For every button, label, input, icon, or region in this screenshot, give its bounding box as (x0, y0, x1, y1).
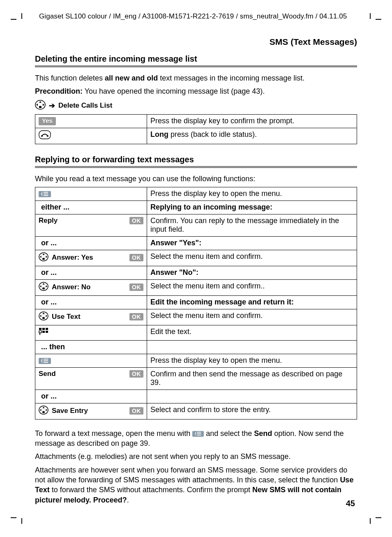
svg-rect-17 (39, 331, 42, 333)
ok-softkey: OK (129, 254, 143, 261)
attachment-note-2: Attachments are however sent when you fo… (35, 465, 357, 505)
text: and select the (204, 429, 254, 438)
navkey-icon (35, 100, 46, 112)
svg-rect-24 (42, 411, 45, 413)
navkey-icon (39, 406, 48, 417)
ok-softkey: OK (129, 407, 143, 415)
step-heading: Answer "Yes": (150, 239, 201, 247)
reply-steps-table: Press the display key to open the menu. … (35, 187, 357, 419)
text: text messages in the incoming message li… (158, 74, 304, 82)
menu-item-label: Save Entry (52, 407, 88, 415)
forward-paragraph: To forward a text message, open the menu… (35, 429, 357, 449)
table-row: or ... Answer "No": (35, 266, 357, 279)
nav-label: Delete Calls List (58, 101, 112, 110)
svg-point-3 (41, 135, 43, 137)
navkey-icon (39, 282, 48, 293)
table-row: or ... Answer "Yes": (35, 236, 357, 250)
table-row: Send OK Confirm and then send the messag… (35, 367, 357, 389)
table-row: Use Text OK Select the menu item and con… (35, 309, 357, 325)
menu-softkey-icon (39, 358, 51, 364)
text: Attachments are however sent when you fo… (35, 466, 347, 484)
yes-softkey: Yes (39, 117, 56, 125)
table-row: Press the display key to open the menu. (35, 354, 357, 367)
table-row: or ... (35, 389, 357, 403)
navkey-icon (39, 252, 48, 263)
heading-delete: Deleting the entire incoming message lis… (35, 54, 357, 64)
menu-item-label: Send (39, 370, 56, 378)
navkey-icon (39, 311, 48, 323)
step-desc: Confirm and then send the message as des… (147, 367, 357, 389)
step-desc: Select the menu item and confirm. (147, 309, 357, 325)
crop-mark (369, 513, 378, 522)
page-number: 45 (346, 499, 355, 508)
delete-steps-table: Yes Press the display key to confirm the… (35, 114, 357, 144)
or-label: or ... (39, 239, 57, 247)
step-desc: Press the display key to confirm the pro… (147, 114, 357, 128)
delete-intro: This function deletes all new and old te… (35, 73, 357, 83)
ok-softkey: OK (129, 217, 143, 224)
heading-reply: Replying to or forwarding text messages (35, 155, 357, 164)
step-desc: Press the display key to open the menu. (147, 187, 357, 201)
menu-softkey-icon (39, 191, 51, 197)
crop-mark (14, 15, 23, 24)
table-row: Reply OK Confirm. You can reply to the m… (35, 214, 357, 236)
menu-item-label: Use Text (52, 313, 81, 321)
step-desc: Select the menu item and confirm. (147, 250, 357, 266)
step-desc: Select and confirm to store the entry. (147, 403, 357, 419)
table-row: either ... Replying to an incoming messa… (35, 201, 357, 214)
text-bold: Send (254, 429, 272, 438)
table-row: or ... Edit the incoming message and ret… (35, 295, 357, 309)
text: To forward a text message, open the menu… (35, 429, 192, 438)
precondition-text: You have opened the incoming message lis… (83, 87, 265, 95)
attachment-note-1: Attachments (e.g. melodies) are not sent… (35, 452, 357, 461)
or-label: or ... (39, 392, 57, 400)
arrow-icon: ➔ (49, 101, 55, 110)
precondition-label: Precondition: (35, 87, 83, 95)
svg-rect-1 (39, 106, 42, 108)
rule (35, 166, 357, 168)
step-desc: Select the menu item and confirm.. (147, 279, 357, 295)
then-label: ... then (39, 343, 65, 351)
text: press (back to idle status). (168, 130, 257, 138)
either-label: either ... (39, 203, 69, 211)
precondition: Precondition: You have opened the incomi… (35, 86, 357, 96)
svg-rect-19 (46, 331, 48, 333)
table-row: Press the display key to open the menu. (35, 187, 357, 201)
doc-header: Gigaset SL100 colour / IM_eng / A31008-M… (35, 12, 357, 21)
table-row: Edit the text. (35, 325, 357, 340)
menu-item-label: Reply (39, 217, 58, 225)
menu-softkey-icon (192, 431, 204, 437)
table-row: Answer: Yes OK Select the menu item and … (35, 250, 357, 266)
ok-softkey: OK (129, 313, 143, 320)
ok-softkey: OK (129, 283, 143, 291)
step-heading: Answer "No": (150, 268, 198, 277)
table-row: ... then (35, 340, 357, 354)
step-desc: Long press (back to idle status). (147, 128, 357, 144)
text: This function deletes (35, 74, 105, 82)
table-row: Yes Press the display key to confirm the… (35, 114, 357, 128)
svg-rect-15 (42, 328, 45, 330)
svg-rect-9 (42, 258, 45, 260)
reply-intro: While you read a text message you can us… (35, 174, 357, 184)
ok-softkey: OK (129, 370, 143, 378)
svg-rect-2 (39, 131, 51, 139)
or-label: or ... (39, 298, 57, 306)
step-desc: Press the display key to open the menu. (147, 354, 357, 367)
svg-rect-13 (42, 317, 45, 319)
svg-rect-11 (42, 288, 45, 290)
or-label: or ... (39, 268, 57, 277)
text-bold: all new and old (105, 74, 158, 82)
svg-rect-14 (39, 328, 42, 330)
menu-item-label: Answer: No (52, 283, 90, 291)
table-row: Save Entry OK Select and confirm to stor… (35, 403, 357, 419)
table-row: Answer: No OK Select the menu item and c… (35, 279, 357, 295)
step-desc: Confirm. You can reply to the message im… (147, 214, 357, 236)
crop-mark (14, 513, 23, 522)
text: to forward the SMS without attachments. … (50, 486, 252, 494)
svg-point-4 (47, 135, 48, 137)
text-bold: Long (150, 130, 168, 138)
crop-mark (369, 15, 378, 24)
step-desc: Edit the text. (147, 325, 357, 340)
svg-rect-16 (46, 328, 48, 330)
hangup-key-icon (39, 130, 51, 141)
